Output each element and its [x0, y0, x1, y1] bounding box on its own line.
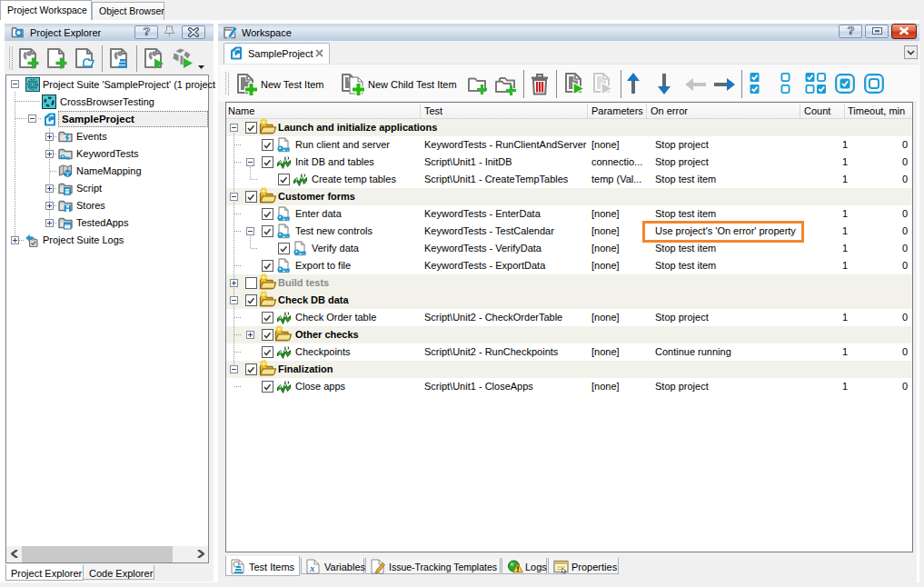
svg-text:x: x [309, 562, 315, 573]
svg-text:?: ? [848, 25, 855, 36]
svg-text:?: ? [144, 25, 151, 37]
